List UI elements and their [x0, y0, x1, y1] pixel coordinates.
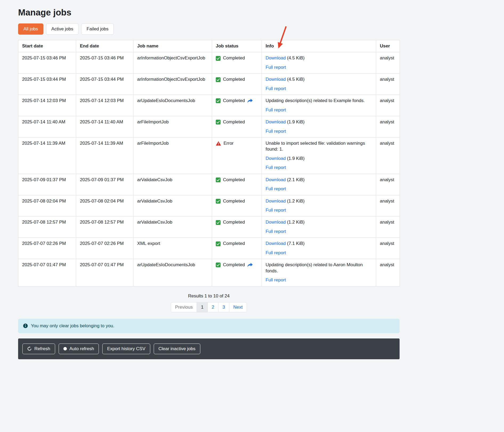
job-name-cell: arInformationObjectCsvExportJob — [133, 74, 212, 95]
error-triangle-icon — [216, 141, 221, 146]
job-name-cell: arUpdateEsIoDocumentsJob — [133, 259, 212, 286]
tab-active-jobs[interactable]: Active jobs — [46, 23, 79, 35]
job-name-cell: arFileImportJob — [133, 137, 212, 174]
full-report-link[interactable]: Full report — [266, 86, 286, 91]
info-cell: Download (1.2 KiB) Full report — [262, 195, 376, 216]
download-size: (7.1 KiB) — [287, 241, 304, 246]
job-name-cell: XML export — [133, 238, 212, 259]
results-summary: Results 1 to 10 of 24 — [18, 293, 400, 299]
completed-check-icon — [216, 56, 221, 61]
user-cell: analyst — [376, 137, 400, 174]
table-header-row: Start date End date Job name Job status … — [18, 40, 400, 52]
completed-check-icon — [216, 120, 221, 124]
auto-refresh-button[interactable]: Auto refresh — [59, 344, 99, 354]
info-circle-icon — [23, 323, 28, 328]
start-date-cell: 2025-07-14 11:40 AM — [18, 116, 76, 138]
status-label: Completed — [223, 241, 245, 247]
clear-inactive-jobs-button[interactable]: Clear inactive jobs — [154, 344, 200, 354]
full-report-link[interactable]: Full report — [266, 65, 286, 70]
refresh-button[interactable]: Refresh — [22, 344, 55, 354]
completed-check-icon — [216, 177, 221, 182]
job-status-cell: Completed — [212, 95, 262, 116]
download-link[interactable]: Download — [266, 77, 286, 82]
download-size: (1.9 KiB) — [287, 156, 304, 161]
job-name-cell: arUpdateEsIoDocumentsJob — [133, 95, 212, 116]
tab-failed-jobs[interactable]: Failed jobs — [81, 23, 114, 35]
banner-text: You may only clear jobs belonging to you… — [31, 323, 114, 329]
download-size: (4.5 KiB) — [287, 77, 304, 82]
redirect-arrow-icon — [247, 99, 253, 103]
start-date-cell: 2025-07-15 03:44 PM — [18, 74, 76, 95]
job-name-cell: arFileImportJob — [133, 116, 212, 138]
job-name-cell: arValidateCsvJob — [133, 216, 212, 238]
full-report-link[interactable]: Full report — [266, 186, 286, 191]
pagination-page-3[interactable]: 3 — [218, 302, 229, 312]
job-status-cell: Completed — [212, 259, 262, 286]
bottom-toolbar: Refresh Auto refresh Export history CSV … — [18, 338, 400, 359]
job-status-cell: Error — [212, 137, 262, 174]
status-label: Error — [223, 140, 234, 146]
job-status-cell: Completed — [212, 116, 262, 138]
table-row: 2025-07-14 11:40 AM 2025-07-14 11:40 AM … — [18, 116, 400, 138]
completed-check-icon — [216, 263, 221, 267]
download-link[interactable]: Download — [266, 177, 286, 182]
full-report-link[interactable]: Full report — [266, 165, 286, 170]
tab-all-jobs[interactable]: All jobs — [18, 23, 43, 35]
pagination-next[interactable]: Next — [229, 302, 247, 312]
download-link[interactable]: Download — [266, 220, 286, 225]
table-row: 2025-07-09 01:37 PM 2025-07-09 01:37 PM … — [18, 174, 400, 195]
record-dot-icon — [63, 347, 67, 350]
end-date-cell: 2025-07-14 12:03 PM — [76, 95, 133, 116]
table-row: 2025-07-08 02:04 PM 2025-07-08 02:04 PM … — [18, 195, 400, 216]
start-date-cell: 2025-07-07 02:26 PM — [18, 238, 76, 259]
download-link[interactable]: Download — [266, 199, 286, 204]
completed-check-icon — [216, 199, 221, 204]
job-status-cell: Completed — [212, 52, 262, 74]
info-message: Updating description(s) related to Aaron… — [266, 262, 372, 274]
header-end-date: End date — [76, 40, 133, 52]
completed-check-icon — [216, 220, 221, 225]
end-date-cell: 2025-07-15 03:46 PM — [76, 52, 133, 74]
full-report-link[interactable]: Full report — [266, 277, 286, 282]
job-name-cell: arValidateCsvJob — [133, 174, 212, 195]
start-date-cell: 2025-07-15 03:46 PM — [18, 52, 76, 74]
status-label: Completed — [223, 76, 245, 82]
start-date-cell: 2025-07-08 02:04 PM — [18, 195, 76, 216]
download-link[interactable]: Download — [266, 55, 286, 60]
pagination: Previous 1 2 3 Next — [18, 302, 400, 312]
pagination-page-2[interactable]: 2 — [208, 302, 218, 312]
download-size: (1.9 KiB) — [287, 119, 304, 124]
full-report-link[interactable]: Full report — [266, 129, 286, 134]
table-row: 2025-07-08 12:57 PM 2025-07-08 12:57 PM … — [18, 216, 400, 238]
download-link[interactable]: Download — [266, 241, 286, 246]
job-status-cell: Completed — [212, 216, 262, 238]
end-date-cell: 2025-07-07 01:47 PM — [76, 259, 133, 286]
refresh-icon — [27, 346, 32, 351]
full-report-link[interactable]: Full report — [266, 208, 286, 213]
full-report-link[interactable]: Full report — [266, 250, 286, 255]
download-link[interactable]: Download — [266, 119, 286, 124]
job-name-cell: arInformationObjectCsvExportJob — [133, 52, 212, 74]
full-report-link[interactable]: Full report — [266, 229, 286, 234]
redirect-arrow-icon — [247, 263, 253, 267]
pagination-previous[interactable]: Previous — [171, 302, 197, 312]
info-cell: Download (1.2 KiB) Full report — [262, 216, 376, 238]
table-row: 2025-07-07 02:26 PM 2025-07-07 02:26 PM … — [18, 238, 400, 259]
full-report-link[interactable]: Full report — [266, 107, 286, 112]
export-history-csv-button[interactable]: Export history CSV — [102, 344, 150, 354]
pagination-page-1[interactable]: 1 — [197, 302, 208, 312]
status-label: Completed — [223, 262, 245, 268]
user-cell: analyst — [376, 116, 400, 138]
status-label: Completed — [223, 98, 245, 104]
info-cell: Unable to import selected file: validati… — [262, 137, 376, 174]
table-row: 2025-07-15 03:44 PM 2025-07-15 03:44 PM … — [18, 74, 400, 95]
end-date-cell: 2025-07-07 02:26 PM — [76, 238, 133, 259]
job-filter-tabs: All jobs Active jobs Failed jobs — [18, 23, 400, 35]
user-cell: analyst — [376, 238, 400, 259]
info-cell: Download (7.1 KiB) Full report — [262, 238, 376, 259]
status-label: Completed — [223, 219, 245, 225]
download-link[interactable]: Download — [266, 156, 286, 161]
status-label: Completed — [223, 119, 245, 125]
start-date-cell: 2025-07-07 01:47 PM — [18, 259, 76, 286]
download-size: (4.5 KiB) — [287, 55, 304, 60]
